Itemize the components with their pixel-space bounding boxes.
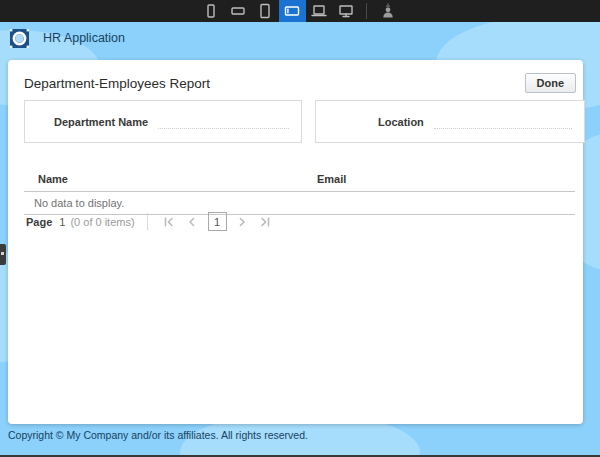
card-header: Department-Employees Report Done: [8, 60, 583, 100]
tablet-portrait-icon: [257, 3, 273, 19]
desktop-icon: [338, 3, 354, 19]
app-logo-icon: [10, 29, 29, 48]
drawer-expand-handle[interactable]: [0, 244, 6, 265]
last-page-button[interactable]: [257, 213, 274, 230]
first-page-button[interactable]: [161, 213, 178, 230]
items-summary: (0 of 0 items): [70, 216, 134, 228]
app-header: HR Application: [0, 22, 600, 54]
chevron-right-icon: [236, 216, 248, 228]
location-header: Location: [378, 116, 424, 128]
location-empty-field: [434, 128, 572, 129]
department-name-panel: Department Name: [24, 100, 302, 143]
chevron-left-icon: [186, 216, 198, 228]
filter-panels: Department Name Location: [24, 100, 585, 143]
device-laptop-button[interactable]: [306, 0, 333, 22]
app-title: HR Application: [43, 31, 125, 45]
department-name-header: Department Name: [54, 116, 148, 128]
column-header-name: Name: [38, 173, 68, 185]
device-tablet-portrait-button[interactable]: [252, 0, 279, 22]
report-card: Department-Employees Report Done Departm…: [8, 60, 583, 424]
device-phone-landscape-button[interactable]: [225, 0, 252, 22]
user-persona-button[interactable]: [373, 0, 403, 22]
device-phone-portrait-button[interactable]: [198, 0, 225, 22]
copyright-footer: Copyright © My Company and/or its affili…: [8, 429, 308, 441]
previous-page-button[interactable]: [184, 213, 201, 230]
pagination-bar: Page 1 (0 of 0 items) 1: [26, 212, 277, 231]
location-panel: Location: [315, 100, 585, 143]
phone-portrait-icon: [203, 3, 219, 19]
done-button[interactable]: Done: [525, 73, 577, 93]
device-tablet-landscape-button-selected[interactable]: [279, 0, 306, 22]
device-preview-toolbar: [0, 0, 600, 22]
current-page-box[interactable]: 1: [208, 212, 227, 231]
device-desktop-button[interactable]: [333, 0, 360, 22]
laptop-icon: [311, 3, 327, 19]
department-name-empty-field: [158, 128, 289, 129]
phone-landscape-icon: [230, 3, 246, 19]
toolbar-divider: [366, 3, 367, 19]
table-header-row: Name Email: [24, 168, 575, 192]
pager-divider: [147, 213, 148, 230]
last-page-icon: [259, 216, 271, 228]
employees-table: Name Email No data to display.: [24, 168, 575, 215]
page-label: Page: [26, 216, 52, 228]
tablet-landscape-icon: [284, 3, 300, 19]
page-title: Department-Employees Report: [24, 76, 210, 91]
page-number: 1: [59, 216, 65, 228]
column-header-email: Email: [317, 173, 346, 185]
drawer-handle-icon: [1, 252, 4, 255]
user-persona-icon: [380, 3, 396, 19]
first-page-icon: [163, 216, 175, 228]
next-page-button[interactable]: [234, 213, 251, 230]
